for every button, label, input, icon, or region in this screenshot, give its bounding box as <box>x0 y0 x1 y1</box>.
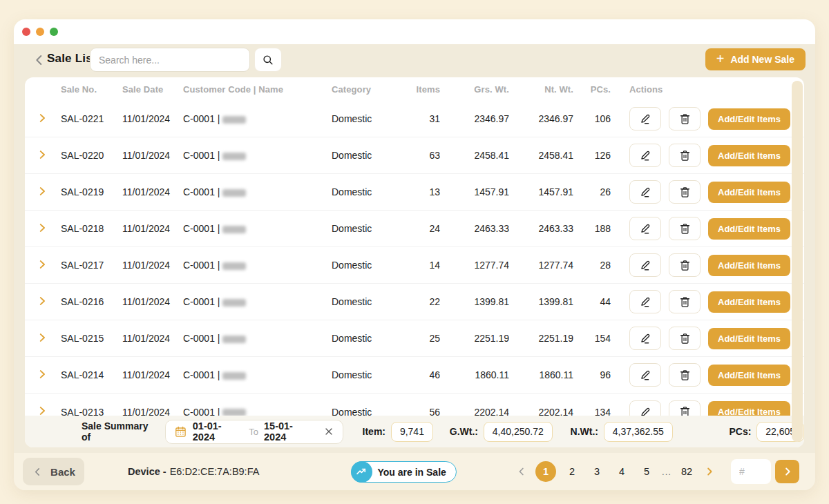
edit-sale-button[interactable] <box>629 217 661 240</box>
add-edit-items-button[interactable]: Add/Edit Items <box>708 182 790 203</box>
pencil-icon <box>638 331 652 345</box>
items-cell: 46 <box>399 369 440 380</box>
table-row: SAL-0219 11/01/2024 C-0001 | Domestic 13… <box>25 174 804 211</box>
pagination-next-icon[interactable] <box>701 463 718 481</box>
add-edit-items-button[interactable]: Add/Edit Items <box>708 108 790 130</box>
date-from: 01-01-2024 <box>193 420 244 443</box>
minimize-window-button[interactable] <box>36 28 44 36</box>
grs-wt-cell: 2251.19 <box>440 333 509 344</box>
page-1[interactable]: 1 <box>535 461 556 482</box>
customer-cell: C-0001 | <box>183 223 332 234</box>
customer-cell: C-0001 | <box>183 150 332 161</box>
row-actions: Add/Edit Items <box>611 144 793 167</box>
expand-row-chevron-icon[interactable] <box>36 331 48 344</box>
category-cell: Domestic <box>332 333 399 344</box>
pcs-cell: 26 <box>573 186 611 197</box>
page-5[interactable]: 5 <box>636 466 658 477</box>
calendar-icon <box>174 425 187 438</box>
search-input[interactable] <box>90 48 250 72</box>
trending-up-icon <box>351 461 372 483</box>
page-3[interactable]: 3 <box>586 466 608 477</box>
expand-row-chevron-icon[interactable] <box>36 222 48 234</box>
add-edit-items-button[interactable]: Add/Edit Items <box>708 365 790 386</box>
page-2[interactable]: 2 <box>561 466 583 477</box>
sale-no-cell: SAL-0220 <box>61 150 122 161</box>
delete-sale-button[interactable] <box>669 144 701 167</box>
expand-row-chevron-icon[interactable] <box>36 368 48 380</box>
expand-row-chevron-icon[interactable] <box>36 295 48 307</box>
customer-cell: C-0001 | <box>183 296 332 307</box>
date-range-picker[interactable]: 01-01-2024 To 15-01-2024 <box>165 420 343 444</box>
page-last[interactable]: 82 <box>676 466 698 477</box>
header-pcs: PCs. <box>573 84 611 95</box>
edit-sale-button[interactable] <box>629 253 661 277</box>
vertical-scrollbar[interactable] <box>792 81 803 442</box>
edit-sale-button[interactable] <box>629 327 661 350</box>
grs-wt-cell: 1399.81 <box>440 296 509 307</box>
back-chevron-icon[interactable] <box>32 52 47 68</box>
sale-no-cell: SAL-0214 <box>61 369 122 380</box>
pcs-cell: 154 <box>573 333 611 344</box>
expand-row-chevron-icon[interactable] <box>36 185 48 197</box>
redacted-customer-name <box>222 336 246 343</box>
items-cell: 31 <box>399 113 440 124</box>
back-button[interactable]: Back <box>23 458 84 485</box>
sale-date-cell: 11/01/2024 <box>122 113 183 124</box>
delete-sale-button[interactable] <box>669 363 701 387</box>
page-jump-go-button[interactable] <box>775 460 799 483</box>
expand-row-chevron-icon[interactable] <box>36 112 48 124</box>
delete-sale-button[interactable] <box>669 327 701 350</box>
row-actions: Add/Edit Items <box>611 327 793 350</box>
expand-row-chevron-icon[interactable] <box>36 258 48 271</box>
search-button[interactable] <box>254 48 282 72</box>
customer-cell: C-0001 | <box>183 260 332 271</box>
header-sale-no: Sale No. <box>61 84 122 95</box>
plus-icon: + <box>716 52 725 66</box>
pencil-icon <box>638 258 652 272</box>
redacted-customer-name <box>222 262 246 270</box>
edit-sale-button[interactable] <box>629 290 661 313</box>
redacted-customer-name <box>222 189 246 197</box>
delete-sale-button[interactable] <box>669 253 701 277</box>
nwt-total-value: 4,37,362.55 <box>604 422 673 442</box>
add-new-sale-button[interactable]: + Add New Sale <box>705 48 806 70</box>
footer-bar: Back Device - E6:D2:CE:7A:B9:FA You are … <box>14 453 815 490</box>
add-edit-items-button[interactable]: Add/Edit Items <box>708 255 790 276</box>
item-total-label: Item: <box>363 426 385 437</box>
redacted-customer-name <box>222 116 246 124</box>
delete-sale-button[interactable] <box>669 290 701 313</box>
customer-cell: C-0001 | <box>183 369 332 380</box>
header-customer: Customer Code | Name <box>183 84 332 95</box>
add-edit-items-button[interactable]: Add/Edit Items <box>708 218 790 240</box>
category-cell: Domestic <box>332 296 399 307</box>
pagination-ellipsis: ... <box>660 467 673 477</box>
delete-sale-button[interactable] <box>669 107 701 130</box>
row-actions: Add/Edit Items <box>611 180 793 204</box>
clear-date-filter-icon[interactable] <box>323 426 334 437</box>
delete-sale-button[interactable] <box>669 217 701 240</box>
delete-sale-button[interactable] <box>669 180 701 204</box>
maximize-window-button[interactable] <box>50 28 58 36</box>
add-edit-items-button[interactable]: Add/Edit Items <box>708 328 790 349</box>
redacted-customer-name <box>222 226 246 233</box>
edit-sale-button[interactable] <box>629 144 661 167</box>
table-body: SAL-0221 11/01/2024 C-0001 | Domestic 31… <box>25 101 804 430</box>
add-edit-items-button[interactable]: Add/Edit Items <box>708 291 790 313</box>
pencil-icon <box>638 148 652 162</box>
grs-wt-cell: 2458.41 <box>440 150 509 161</box>
edit-sale-button[interactable] <box>629 107 661 130</box>
sale-date-cell: 11/01/2024 <box>122 296 183 307</box>
expand-row-chevron-icon[interactable] <box>36 148 48 161</box>
close-window-button[interactable] <box>22 28 30 36</box>
trash-icon <box>678 332 692 345</box>
gwt-total-value: 4,40,250.72 <box>484 422 553 442</box>
sale-no-cell: SAL-0219 <box>61 186 122 197</box>
edit-sale-button[interactable] <box>629 363 661 387</box>
edit-sale-button[interactable] <box>629 180 661 204</box>
search-icon <box>261 53 275 67</box>
add-edit-items-button[interactable]: Add/Edit Items <box>708 145 790 166</box>
page-jump-input[interactable] <box>731 459 771 484</box>
pagination-prev-icon[interactable] <box>513 463 531 481</box>
page-4[interactable]: 4 <box>611 466 633 477</box>
category-cell: Domestic <box>332 113 399 124</box>
